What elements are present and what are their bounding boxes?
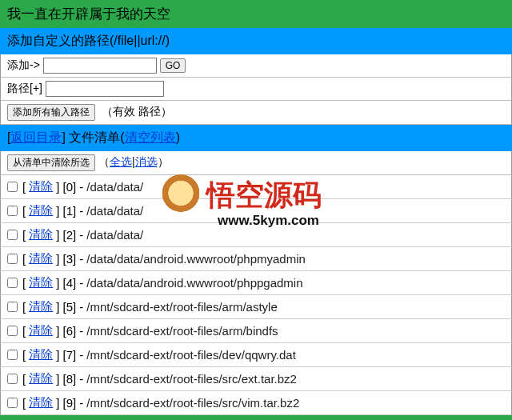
valid-path-text: （有效 路径） [102,105,172,118]
file-checkbox[interactable] [7,278,18,288]
file-path: /mnt/sdcard-ext/root-files/arm/astyle [86,300,277,314]
file-checkbox[interactable] [7,254,18,264]
file-checkbox[interactable] [7,374,18,384]
select-all-link[interactable]: 全选 [110,155,132,168]
file-path: /mnt/sdcard-ext/root-files/arm/bindfs [86,324,278,338]
file-row: [清除] [4] - /data/data/android.wwwroot/ph… [0,271,512,295]
list-toolbar: 从清单中清除所选 （全选|消选） [0,151,512,175]
file-checkbox[interactable] [7,302,18,312]
remove-link[interactable]: 清除 [29,395,53,410]
file-row: [清除] [8] - /mnt/sdcard-ext/root-files/sr… [0,367,512,391]
file-path: /data/data/ [86,228,143,242]
clear-list-link[interactable]: 清空列表 [125,130,176,144]
file-list-header: [返回目录] 文件清单(清空列表) [0,125,512,151]
file-checkbox[interactable] [7,230,18,240]
remove-link[interactable]: 清除 [29,299,53,314]
file-path: /data/data/android.wwwroot/phpmyadmin [86,252,306,266]
file-path: /data/data/ [86,204,143,218]
file-path: /mnt/sdcard-ext/root-files/src/vim.tar.b… [86,396,299,410]
app-title: 我一直在开辟属于我的天空 [0,0,512,28]
add-label: 添加-> [7,58,40,71]
file-checkbox[interactable] [7,206,18,216]
toolbar-open: （ [98,155,110,168]
file-row: [清除] [2] - /data/data/ [0,223,512,247]
back-link[interactable]: 返回目录 [10,130,62,144]
file-path: /mnt/sdcard-ext/root-files/dev/qqwry.dat [86,348,296,362]
file-row: [清除] [0] - /data/data/ [0,175,512,199]
file-checkbox[interactable] [7,182,18,192]
toolbar-close: ） [158,155,169,168]
file-row: [清除] [3] - /data/data/android.wwwroot/ph… [0,247,512,271]
add-path-header: 添加自定义的路径(/file||url://) [0,28,512,54]
remove-link[interactable]: 清除 [29,323,53,338]
remove-link[interactable]: 清除 [29,347,53,362]
remove-link[interactable]: 清除 [29,275,53,290]
file-row: [清除] [9] - /mnt/sdcard-ext/root-files/sr… [0,391,512,415]
file-row: [清除] [5] - /mnt/sdcard-ext/root-files/ar… [0,295,512,319]
footer-text: By：Xiaoqidun@Gmail.Com [0,415,512,420]
file-path: /data/data/ [86,180,143,194]
file-path: /data/data/android.wwwroot/phppgadmin [86,276,302,290]
remove-link[interactable]: 清除 [29,251,53,266]
add-all-row: 添加所有输入路径 （有效 路径） [0,101,512,125]
add-all-button[interactable]: 添加所有输入路径 [7,104,95,121]
remove-link[interactable]: 清除 [29,179,53,194]
path-row: 路径[+] [0,78,512,101]
path-input[interactable] [46,81,164,97]
go-button[interactable]: GO [160,58,186,73]
deselect-link[interactable]: 消选 [135,155,158,168]
file-row: [清除] [1] - /data/data/ [0,199,512,223]
file-path: /mnt/sdcard-ext/root-files/src/ext.tar.b… [86,372,297,386]
file-checkbox[interactable] [7,350,18,360]
file-checkbox[interactable] [7,326,18,336]
file-row: [清除] [7] - /mnt/sdcard-ext/root-files/de… [0,343,512,367]
remove-link[interactable]: 清除 [29,371,53,386]
remove-selected-button[interactable]: 从清单中清除所选 [7,154,95,171]
remove-link[interactable]: 清除 [29,227,53,242]
remove-link[interactable]: 清除 [29,203,53,218]
file-row: [清除] [6] - /mnt/sdcard-ext/root-files/ar… [0,319,512,343]
file-list-label: 文件清单 [69,130,120,144]
path-label: 路径[+] [7,82,42,94]
file-checkbox[interactable] [7,398,18,408]
add-row: 添加-> GO [0,54,512,78]
add-input[interactable] [43,58,157,74]
